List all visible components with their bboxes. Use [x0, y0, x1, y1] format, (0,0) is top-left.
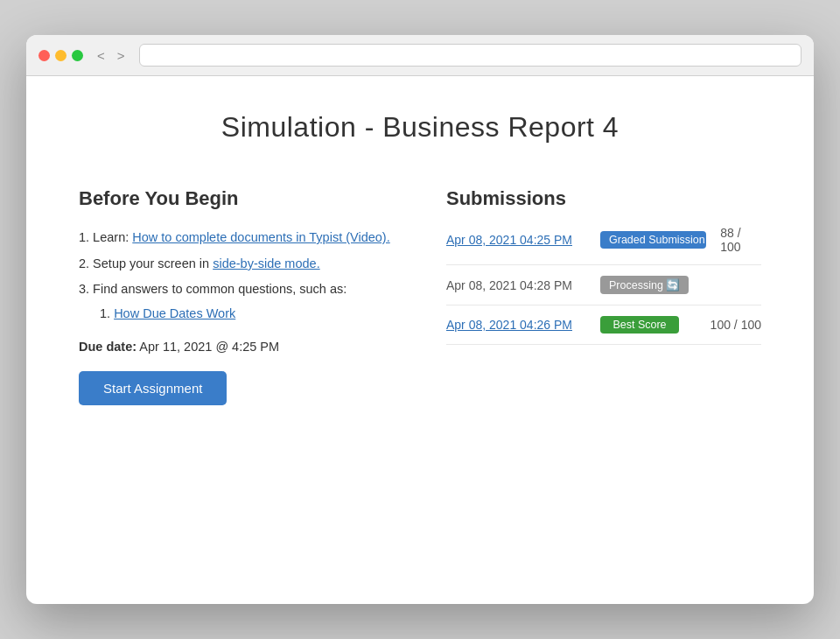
best-score-badge: Best Score	[600, 316, 679, 334]
before-you-begin-heading: Before You Begin	[79, 187, 394, 210]
close-button[interactable]	[38, 50, 50, 61]
processing-badge: Processing 🔄	[600, 276, 689, 294]
start-assignment-button[interactable]: Start Assignment	[79, 371, 227, 405]
list-item: 2. Setup your screen in side-by-side mod…	[79, 252, 394, 277]
back-button[interactable]: <	[94, 46, 108, 65]
list-item: 3. Find answers to common questions, suc…	[79, 277, 394, 326]
nav-arrows: < >	[94, 46, 129, 65]
sub-list: 1. How Due Dates Work	[79, 302, 394, 327]
side-by-side-link[interactable]: side-by-side mode.	[213, 256, 320, 270]
submissions-section: Submissions Apr 08, 2021 04:25 PM Graded…	[446, 187, 761, 345]
before-you-begin-section: Before You Begin 1. Learn: How to comple…	[79, 187, 394, 405]
minimize-button[interactable]	[55, 50, 66, 61]
address-bar[interactable]	[139, 44, 802, 67]
submission-date-link[interactable]: Apr 08, 2021 04:25 PM	[446, 233, 586, 247]
instructions-list: 1. Learn: How to complete documents in T…	[79, 226, 394, 326]
maximize-button[interactable]	[72, 50, 83, 61]
two-column-layout: Before You Begin 1. Learn: How to comple…	[79, 187, 761, 405]
page-content: Simulation - Business Report 4 Before Yo…	[26, 76, 814, 604]
submission-row: Apr 08, 2021 04:28 PM Processing 🔄	[446, 265, 761, 305]
page-title: Simulation - Business Report 4	[79, 111, 761, 144]
submissions-list: Apr 08, 2021 04:25 PM Graded Submission …	[446, 226, 761, 345]
submission-row: Apr 08, 2021 04:26 PM Best Score 100 / 1…	[446, 305, 761, 345]
forward-button[interactable]: >	[114, 46, 129, 65]
due-date: Due date: Apr 11, 2021 @ 4:25 PM	[79, 340, 394, 354]
submission-date-link[interactable]: Apr 08, 2021 04:26 PM	[446, 318, 586, 332]
sub-list-item: 1. How Due Dates Work	[100, 302, 394, 327]
submission-date: Apr 08, 2021 04:28 PM	[446, 278, 586, 292]
graded-submission-badge: Graded Submission	[600, 231, 706, 249]
traffic-lights	[38, 50, 83, 61]
submission-score: 100 / 100	[710, 318, 761, 332]
submission-row: Apr 08, 2021 04:25 PM Graded Submission …	[446, 226, 761, 265]
submissions-heading: Submissions	[446, 187, 761, 210]
browser-window: < > Simulation - Business Report 4 Befor…	[26, 35, 814, 604]
list-item: 1. Learn: How to complete documents in T…	[79, 226, 394, 250]
browser-chrome: < >	[26, 35, 814, 76]
typist-video-link[interactable]: How to complete documents in Typist (Vid…	[132, 230, 389, 244]
how-due-dates-link[interactable]: How Due Dates Work	[114, 306, 235, 320]
submission-score: 88 / 100	[720, 226, 761, 254]
